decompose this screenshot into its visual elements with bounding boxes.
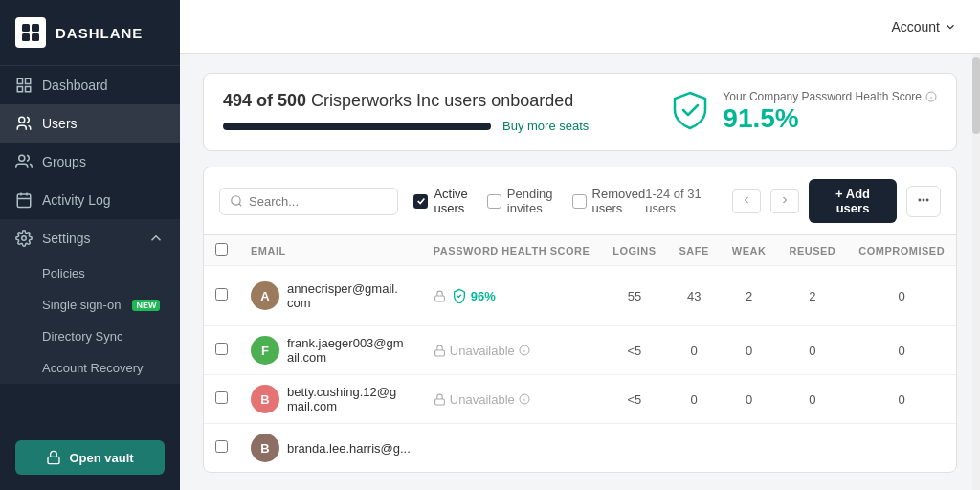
col-reused-header: REUSED (777, 235, 847, 266)
scrollbar-thumb[interactable] (972, 57, 980, 134)
activity-1: 2 minutes ago (956, 266, 957, 326)
sidebar: DASHLANE Dashboard Users Groups Activity… (0, 0, 180, 490)
table-row: B betty.cushing.12@gmail.com Unavailable (204, 375, 957, 424)
svg-rect-27 (434, 349, 444, 355)
table-row: F frank.jaeger003@gmail.com Unavailable (204, 326, 957, 375)
search-icon (230, 194, 243, 208)
main-area: Account 494 of 500 Crisperworks Inc user… (180, 0, 980, 490)
account-chevron-icon (944, 20, 957, 33)
users-tbody: A annecrisper@gmail.com (204, 266, 957, 473)
pagination-next[interactable] (770, 189, 799, 213)
account-label: Account (891, 19, 940, 34)
scrollbar-track[interactable] (972, 54, 980, 490)
weak-1: 2 (721, 266, 778, 326)
score-shield (669, 89, 711, 135)
activity-4: over 6 years (956, 424, 957, 473)
pending-checkbox[interactable] (487, 194, 501, 209)
lock-icon-3 (434, 393, 446, 406)
sidebar-item-directory-sync[interactable]: Directory Sync (0, 321, 180, 352)
phs-score-1: 96% (452, 288, 496, 303)
svg-point-17 (919, 199, 921, 201)
settings-label: Settings (42, 231, 91, 246)
filter-removed-users[interactable]: Removed users (572, 187, 646, 215)
sidebar-item-account-recovery[interactable]: Account Recovery (0, 352, 180, 384)
activity-log-label: Activity Log (42, 192, 111, 208)
sidebar-item-settings[interactable]: Settings (0, 219, 180, 257)
shield-check-icon (452, 288, 467, 303)
sidebar-item-activity-log[interactable]: Activity Log (0, 181, 180, 219)
filter-pending-invites[interactable]: Pending invites (487, 187, 553, 215)
sidebar-item-dashboard[interactable]: Dashboard (0, 66, 180, 104)
score-section: Your Company Password Health Score 91.5% (669, 89, 937, 135)
svg-rect-12 (48, 457, 59, 463)
pagination-add-area: 1-24 of 31 users + Add users (645, 179, 941, 223)
account-button[interactable]: Account (891, 19, 957, 34)
dashboard-label: Dashboard (42, 78, 108, 93)
logins-2: <5 (601, 326, 667, 375)
vault-btn-container: Open vault (0, 425, 180, 490)
row-checkbox-2[interactable] (215, 343, 228, 355)
reused-3: 0 (777, 375, 847, 424)
col-phs-header: PASSWORD HEALTH SCORE (422, 235, 602, 266)
sidebar-item-policies[interactable]: Policies (0, 257, 180, 289)
sidebar-item-sso[interactable]: Single sign-on NEW (0, 289, 180, 321)
removed-checkbox[interactable] (572, 194, 587, 209)
vault-icon (46, 450, 61, 465)
sso-badge: NEW (132, 300, 160, 311)
check-icon (416, 196, 426, 206)
svg-rect-2 (22, 33, 30, 41)
row-checkbox-4[interactable] (215, 440, 228, 453)
account-recovery-label: Account Recovery (42, 361, 144, 375)
pending-label: Pending invites (507, 187, 553, 215)
col-activity-header: LAST ACTIVITY (956, 235, 957, 266)
chevron-up-icon (147, 230, 165, 247)
phs-cell-3: Unavailable (434, 392, 590, 407)
select-all-checkbox[interactable] (215, 243, 228, 256)
more-options-button[interactable] (906, 186, 941, 217)
table-header-row: EMAIL PASSWORD HEALTH SCORE LOGINS SAFE … (204, 235, 957, 266)
pagination-prev[interactable] (732, 189, 761, 213)
avatar-1: A (251, 281, 279, 310)
search-input[interactable] (249, 194, 388, 209)
onboard-text: 494 of 500 Crisperworks Inc users onboar… (223, 91, 589, 111)
sidebar-item-users[interactable]: Users (0, 104, 180, 143)
safe-1: 43 (668, 266, 721, 326)
col-safe-header: SAFE (668, 235, 721, 266)
activity-3: over 2 years ago (956, 375, 957, 424)
svg-point-18 (923, 199, 924, 201)
col-compromised-header: COMPROMISED (847, 235, 956, 266)
search-filter-bar: Active users Pending invites Removed use… (204, 167, 956, 235)
reused-2: 0 (777, 326, 847, 375)
chevron-right-icon (779, 194, 791, 206)
col-weak-header: WEAK (721, 235, 778, 266)
svg-rect-6 (17, 87, 22, 92)
add-users-button[interactable]: + Add users (809, 179, 897, 223)
removed-label: Removed users (592, 187, 646, 215)
email-cell-3: B betty.cushing.12@gmail.com (251, 385, 411, 413)
sidebar-item-groups[interactable]: Groups (0, 143, 180, 181)
row-checkbox-1[interactable] (215, 288, 228, 301)
settings-icon (15, 230, 33, 247)
settings-section: Settings Policies Single sign-on NEW Dir… (0, 219, 180, 384)
col-select-all (204, 235, 239, 266)
groups-label: Groups (42, 154, 86, 169)
phs-cell-1: 96% (434, 288, 590, 303)
row-checkbox-3[interactable] (215, 391, 228, 404)
activity-icon (15, 191, 33, 209)
filter-active-users[interactable]: Active users (413, 187, 467, 215)
directory-sync-label: Directory Sync (42, 329, 123, 344)
progress-row: Buy more seats (223, 119, 589, 133)
open-vault-button[interactable]: Open vault (15, 440, 165, 475)
activity-2: 7 days ago (956, 326, 957, 375)
buy-seats-link[interactable]: Buy more seats (502, 119, 589, 133)
score-value: 91.5% (723, 103, 937, 134)
lock-icon-1 (434, 290, 446, 302)
score-info: Your Company Password Health Score 91.5% (723, 90, 937, 134)
email-cell-4: B branda.lee.harris@g... (251, 434, 411, 462)
active-users-checkbox[interactable] (413, 194, 428, 209)
safe-2: 0 (668, 326, 721, 375)
score-label: Your Company Password Health Score (723, 90, 937, 103)
users-table: EMAIL PASSWORD HEALTH SCORE LOGINS SAFE … (204, 235, 957, 472)
svg-rect-5 (26, 78, 31, 83)
svg-rect-3 (32, 33, 39, 41)
